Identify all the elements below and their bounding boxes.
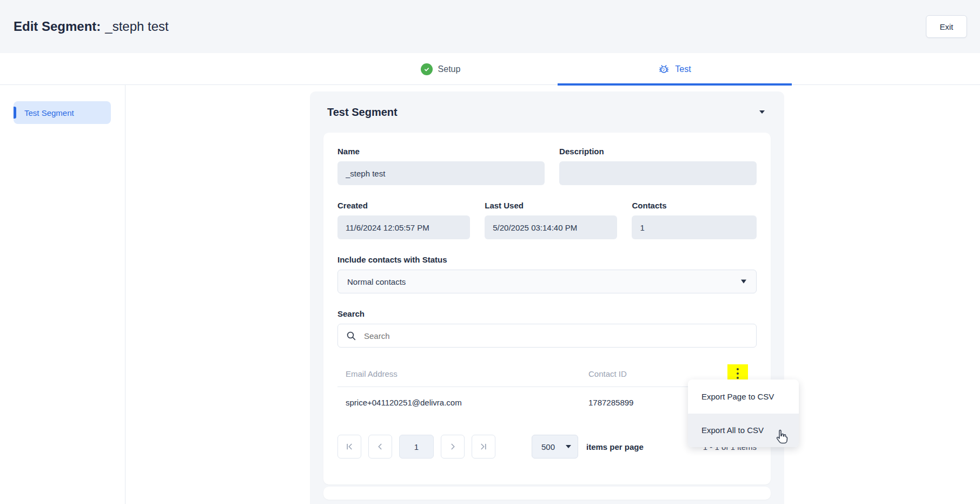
page-size-value: 500 — [541, 442, 555, 451]
chevron-down-icon — [566, 445, 571, 448]
chevron-down-icon — [741, 280, 746, 284]
description-label: Description — [559, 147, 757, 156]
last-used-field-group: Last Used — [485, 201, 617, 239]
menu-item-export-all[interactable]: Export All to CSV — [688, 414, 799, 448]
panel-title: Test Segment — [327, 106, 398, 119]
last-page-icon[interactable] — [472, 435, 495, 459]
name-label: Name — [337, 147, 545, 156]
search-field-group: Search — [337, 309, 757, 348]
cell-contact-id: 1787285899 — [588, 398, 633, 407]
items-per-page-label: items per page — [586, 442, 644, 451]
check-circle-icon — [421, 63, 433, 75]
sidebar: Test Segment — [0, 85, 125, 504]
segment-name: _steph test — [105, 19, 168, 34]
page-size-select[interactable]: 500 — [532, 435, 578, 459]
created-field-group: Created — [337, 201, 470, 239]
description-field-group: Description — [559, 147, 757, 185]
prev-page-icon[interactable] — [368, 435, 392, 459]
status-select-value: Normal contacts — [347, 277, 406, 286]
tab-setup[interactable]: Setup — [323, 53, 558, 85]
contacts-label: Contacts — [632, 201, 757, 211]
current-page-button[interactable]: 1 — [399, 435, 434, 459]
status-field-group: Include contacts with Status Normal cont… — [337, 255, 757, 293]
tab-test-label: Test — [675, 64, 691, 74]
description-input — [559, 161, 757, 185]
stepper: Setup Test — [323, 53, 792, 85]
tab-setup-label: Setup — [438, 64, 461, 74]
last-used-label: Last Used — [485, 201, 617, 211]
collapse-chevron-icon[interactable] — [759, 110, 765, 114]
column-header-contact-id: Contact ID — [588, 369, 627, 378]
sidebar-item-test-segment[interactable]: Test Segment — [14, 101, 111, 124]
sidebar-item-label: Test Segment — [24, 108, 74, 117]
contacts-input — [632, 215, 757, 239]
tab-test[interactable]: Test — [558, 53, 792, 85]
form-row-2: Created Last Used Contacts — [337, 201, 757, 239]
contacts-field-group: Contacts — [632, 201, 757, 239]
bug-icon — [658, 63, 670, 75]
active-indicator — [14, 107, 16, 119]
page-header: Edit Segment:_steph test Exit — [0, 0, 980, 53]
name-field-group: Name — [337, 147, 545, 185]
page-title: Edit Segment:_steph test — [14, 19, 169, 34]
search-box — [337, 324, 757, 348]
form-row-1: Name Description — [337, 147, 757, 185]
created-label: Created — [337, 201, 470, 211]
next-page-icon[interactable] — [441, 435, 465, 459]
collapsed-section-bar[interactable] — [323, 487, 771, 500]
name-input — [337, 161, 545, 185]
page-title-prefix: Edit Segment: — [14, 19, 101, 34]
last-used-input — [485, 215, 617, 239]
status-label: Include contacts with Status — [337, 255, 757, 265]
status-select[interactable]: Normal contacts — [337, 270, 757, 293]
exit-button[interactable]: Exit — [926, 15, 967, 38]
column-header-email: Email Address — [337, 369, 398, 378]
export-menu: Export Page to CSV Export All to CSV — [688, 379, 799, 447]
menu-item-export-page[interactable]: Export Page to CSV — [688, 379, 799, 414]
panel-header: Test Segment — [310, 91, 784, 133]
search-label: Search — [337, 309, 757, 319]
cell-email: sprice+041120251@delivra.com — [337, 398, 462, 407]
created-input — [337, 215, 470, 239]
search-input[interactable] — [363, 331, 748, 341]
stepper-tabbar: Setup Test — [0, 53, 980, 85]
first-page-icon[interactable] — [337, 435, 361, 459]
search-icon — [346, 331, 356, 341]
